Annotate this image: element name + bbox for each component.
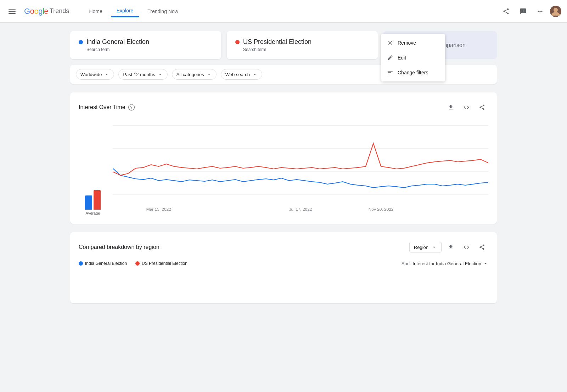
chart-share-icon[interactable] bbox=[476, 101, 488, 114]
main-content: India General Election Search term US Pr… bbox=[53, 23, 514, 312]
filter-category-label: All categories bbox=[176, 72, 204, 77]
filter-time[interactable]: Past 12 months bbox=[118, 69, 167, 80]
nav-trending-now[interactable]: Trending Now bbox=[142, 6, 184, 17]
search-term-card-us[interactable]: US Presidential Election Search term Rem… bbox=[227, 31, 378, 59]
breakdown-actions: Region bbox=[409, 241, 488, 254]
svg-text:Mar 13, 2022: Mar 13, 2022 bbox=[146, 207, 171, 211]
legend-india: India General Election bbox=[79, 261, 127, 266]
trends-logo-text: Trends bbox=[50, 7, 69, 15]
chart-main: 100 75 50 25 Mar 13, 2022 Jul 17, 2022 N… bbox=[113, 122, 488, 215]
context-menu-edit-label: Edit bbox=[398, 55, 406, 61]
legend-label-us: US Presidential Election bbox=[142, 261, 187, 266]
dot-us bbox=[235, 40, 240, 44]
sort-value[interactable]: Interest for India General Election bbox=[412, 261, 488, 266]
filter-search-type[interactable]: Web search bbox=[221, 69, 262, 80]
dot-india bbox=[79, 40, 83, 44]
chart-container: Average 100 75 50 25 bbox=[79, 122, 488, 215]
average-bars bbox=[85, 188, 101, 210]
average-label: Average bbox=[86, 211, 100, 215]
context-menu-remove-label: Remove bbox=[398, 40, 416, 46]
breakdown-title-text: Compared breakdown by region bbox=[79, 244, 159, 250]
chart-section-header: Interest Over Time ? bbox=[79, 101, 488, 114]
avg-bar-red bbox=[94, 190, 101, 210]
chart-svg: 100 75 50 25 Mar 13, 2022 Jul 17, 2022 N… bbox=[113, 122, 488, 214]
breakdown-share-icon[interactable] bbox=[476, 241, 488, 254]
avg-bar-blue bbox=[85, 195, 92, 210]
search-term-title-india: India General Election bbox=[79, 38, 213, 46]
apps-icon[interactable] bbox=[533, 4, 547, 18]
header-right bbox=[499, 4, 561, 18]
context-menu-change-filters[interactable]: Change filters bbox=[381, 65, 445, 80]
search-term-title-us: US Presidential Election bbox=[235, 38, 369, 46]
nav-explore[interactable]: Explore bbox=[111, 5, 139, 17]
main-header: Google Trends Home Explore Trending Now bbox=[0, 0, 567, 23]
chart-download-icon[interactable] bbox=[444, 101, 457, 114]
context-menu: Remove Edit Change filters bbox=[381, 34, 445, 81]
legend-row: India General Election US Presidential E… bbox=[79, 261, 187, 266]
search-terms-row: India General Election Search term US Pr… bbox=[70, 31, 497, 59]
chart-title: Interest Over Time bbox=[79, 104, 125, 110]
filter-region[interactable]: Worldwide bbox=[76, 69, 114, 80]
chart-section-title: Interest Over Time ? bbox=[79, 104, 135, 110]
svg-text:Nov 20, 2022: Nov 20, 2022 bbox=[369, 207, 394, 211]
legend-dot-india bbox=[79, 261, 83, 266]
filter-region-label: Worldwide bbox=[80, 72, 102, 77]
sort-container: Sort: Interest for India General Electio… bbox=[402, 261, 488, 266]
sort-value-text: Interest for India General Election bbox=[412, 261, 481, 266]
hamburger-menu[interactable] bbox=[6, 6, 18, 17]
region-selector-label: Region bbox=[414, 245, 428, 250]
search-term-card-india[interactable]: India General Election Search term bbox=[70, 31, 221, 59]
filter-time-label: Past 12 months bbox=[123, 72, 155, 77]
chart-embed-icon[interactable] bbox=[460, 101, 473, 114]
breakdown-footer: India General Election US Presidential E… bbox=[79, 261, 488, 266]
header-left: Google Trends Home Explore Trending Now bbox=[6, 5, 499, 17]
breakdown-download-icon[interactable] bbox=[444, 241, 457, 254]
main-nav: Home Explore Trending Now bbox=[83, 5, 184, 17]
filter-category[interactable]: All categories bbox=[172, 69, 217, 80]
breakdown-embed-icon[interactable] bbox=[460, 241, 473, 254]
chart-actions bbox=[444, 101, 488, 114]
chart-help-icon[interactable]: ? bbox=[128, 104, 135, 110]
chart-average: Average bbox=[79, 188, 107, 215]
svg-text:Jul 17, 2022: Jul 17, 2022 bbox=[289, 207, 312, 211]
interest-over-time-section: Interest Over Time ? bbox=[70, 92, 497, 224]
search-term-label-us: US Presidential Election bbox=[243, 38, 311, 46]
feedback-icon[interactable] bbox=[516, 4, 530, 18]
avatar[interactable] bbox=[550, 6, 561, 17]
sort-prefix: Sort: bbox=[402, 261, 411, 266]
share-icon[interactable] bbox=[499, 4, 513, 18]
context-menu-change-filters-label: Change filters bbox=[398, 70, 428, 75]
region-selector[interactable]: Region bbox=[409, 242, 442, 252]
context-menu-edit[interactable]: Edit bbox=[381, 50, 445, 65]
search-term-label-india: India General Election bbox=[86, 38, 149, 46]
legend-dot-us bbox=[135, 261, 140, 266]
breakdown-section: Compared breakdown by region Region bbox=[70, 232, 497, 303]
breakdown-header: Compared breakdown by region Region bbox=[79, 241, 488, 254]
search-term-type-india: Search term bbox=[86, 47, 213, 52]
search-term-type-us: Search term bbox=[243, 47, 369, 52]
context-menu-remove[interactable]: Remove bbox=[381, 35, 445, 50]
filter-type-label: Web search bbox=[225, 72, 250, 77]
google-logo-text: Google bbox=[24, 7, 48, 16]
nav-home[interactable]: Home bbox=[83, 6, 108, 17]
breakdown-title: Compared breakdown by region bbox=[79, 244, 159, 250]
legend-label-india: India General Election bbox=[85, 261, 127, 266]
logo: Google Trends bbox=[24, 7, 69, 16]
legend-us: US Presidential Election bbox=[135, 261, 187, 266]
svg-point-1 bbox=[554, 8, 558, 12]
